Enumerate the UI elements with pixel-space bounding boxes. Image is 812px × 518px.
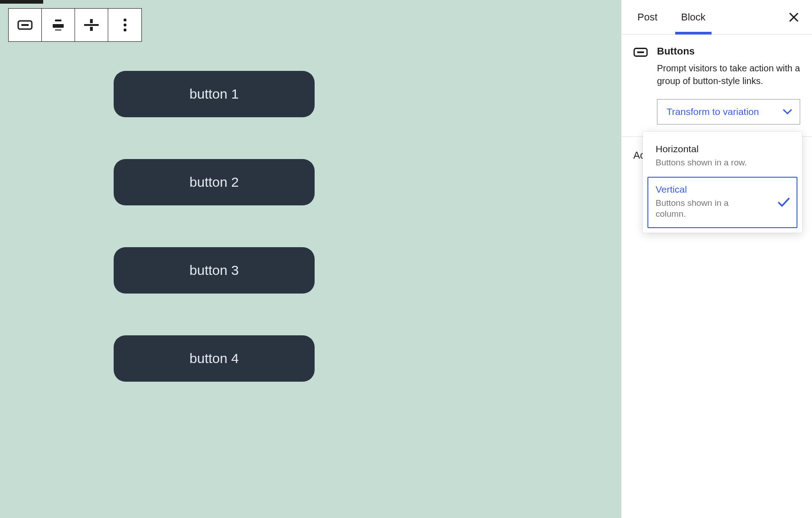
svg-rect-3 [53,24,64,28]
preview-button[interactable]: button 2 [114,159,315,205]
svg-rect-12 [637,51,644,53]
svg-rect-2 [55,20,61,21]
buttons-block-icon [17,20,33,30]
block-type-button[interactable] [9,9,42,41]
block-info-panel: Buttons Prompt visitors to take action w… [622,35,812,137]
justify-button[interactable] [42,9,75,41]
preview-button-label: button 1 [190,86,239,102]
transform-variation-select[interactable]: Transform to variation [657,99,800,125]
option-description: Buttons shown in a column. [656,198,747,220]
block-description: Prompt visitors to take action with a gr… [657,62,800,87]
preview-button-label: button 4 [190,351,239,366]
editor-canvas[interactable]: button 1 button 2 button 3 button 4 [0,0,621,518]
option-title: Vertical [656,184,789,195]
preview-button[interactable]: button 1 [114,71,315,117]
preview-button[interactable]: button 4 [114,335,315,382]
more-options-icon [123,18,127,32]
variation-option-horizontal[interactable]: Horizontal Buttons shown in a row. [647,136,797,177]
transform-variation-label: Transform to variation [667,106,759,117]
top-tab-indicator [0,0,43,4]
tab-label: Block [681,11,706,23]
svg-point-8 [123,19,126,21]
close-icon [789,12,799,22]
svg-rect-5 [84,24,99,26]
option-title: Horizontal [656,144,789,154]
check-icon [777,197,790,207]
variation-option-vertical[interactable]: Vertical Buttons shown in a column. [647,177,797,228]
svg-rect-4 [55,30,61,30]
justify-icon [51,20,65,30]
tab-post[interactable]: Post [632,0,663,34]
preview-button-label: button 2 [190,174,239,190]
preview-button[interactable]: button 3 [114,247,315,294]
option-description: Buttons shown in a row. [656,157,789,169]
tab-label: Post [637,11,657,23]
sidebar-tabs: Post Block [622,0,812,35]
svg-rect-6 [90,19,93,23]
align-icon [84,18,99,32]
variation-dropdown: Horizontal Buttons shown in a row. Verti… [643,132,802,233]
preview-button-label: button 3 [190,263,239,278]
block-toolbar [8,8,142,42]
chevron-down-icon [782,109,792,115]
svg-point-10 [123,29,126,31]
block-title: Buttons [657,45,800,57]
svg-rect-7 [90,27,93,31]
buttons-block-icon [633,47,648,62]
svg-point-9 [123,24,126,26]
more-options-button[interactable] [108,9,141,41]
svg-rect-1 [21,24,29,26]
close-sidebar-button[interactable] [785,8,803,26]
tab-block[interactable]: Block [675,0,712,34]
settings-sidebar: Post Block Buttons Prompt visitors to ta… [621,0,812,518]
align-button[interactable] [75,9,108,41]
buttons-block[interactable]: button 1 button 2 button 3 button 4 [114,71,315,382]
